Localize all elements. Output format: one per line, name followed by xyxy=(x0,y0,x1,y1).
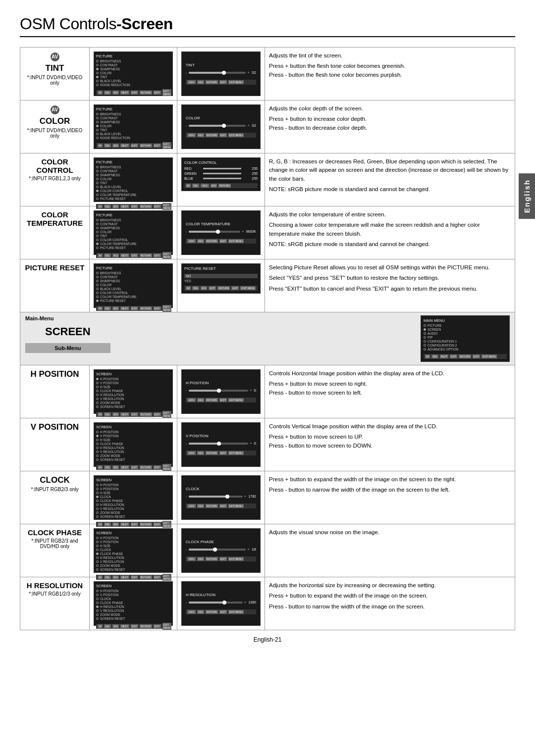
tint-slider: TINT - + 32 -ADV-ADJRETURNEXITEXIT MENU xyxy=(181,51,261,96)
sub-menu-label: Sub-Menu xyxy=(25,343,110,353)
tint-menu-screen: PICTURE BRIGHTNESS CONTRAST SHARPNESS CO… xyxy=(90,48,177,101)
title-suffix: -Screen xyxy=(116,15,173,33)
page-title: OSM Controls-Screen xyxy=(20,15,515,33)
av-badge-color: AV xyxy=(51,105,59,114)
clock-phase-sublabel: *:INPUT RGB2/3 and DVD/HD only xyxy=(24,538,85,549)
color-row: AV COLOR *:INPUT DVD/HD,VIDEO only PICTU… xyxy=(20,101,515,153)
h-position-row: H POSITION SCREEN H POSITION V POSITION … xyxy=(20,365,515,418)
h-position-label-cell: H POSITION xyxy=(20,365,90,418)
clock-row: CLOCK *:INPUT RGB2/3 only SCREEN H POSIT… xyxy=(20,471,515,524)
v-position-slider-screen: V POSITION - + 0 -ADV-ADJRETURNEXITEXIT … xyxy=(177,418,265,471)
v-position-label-cell: V POSITION xyxy=(20,418,90,471)
screen-section-header-row: Main-Menu SCREEN Sub-Menu MAIN MENU PICT… xyxy=(20,312,515,365)
color-sublabel: *:INPUT DVD/HD,VIDEO only xyxy=(24,128,85,139)
h-resolution-row: H RESOLUTION *:INPUT RGB1/2/3 only SCREE… xyxy=(20,577,515,630)
color-control-row: COLOR CONTROL *:INPUT RGB1,2,3 only PICT… xyxy=(20,153,515,206)
color-control-menu-screen: PICTURE BRIGHTNESS CONTRAST SHARPNESS CO… xyxy=(90,153,177,206)
color-control-rgb-screen: COLOR CONTROL RED 255 GREEN 255 BLUE 255… xyxy=(177,153,265,206)
color-temperature-menu-img: PICTURE BRIGHTNESS CONTRAST SHARPNESS CO… xyxy=(94,210,173,255)
main-menu-screen: MAIN MENU PICTURE SCREEN AUDIO PIP CONFI… xyxy=(421,315,510,362)
v-position-menu-img: SCREEN H POSITION V POSITION H SIZE CLOC… xyxy=(94,422,173,467)
main-menu-label: Main-Menu xyxy=(25,315,110,321)
clock-phase-menu-img: SCREEN H POSITION V POSITION H SIZE CLOC… xyxy=(94,528,173,573)
clock-sublabel: *:INPUT RGB2/3 only xyxy=(24,487,85,492)
h-position-slider: H POSITION - + 0 -ADV-ADJRETURNEXITEXIT … xyxy=(181,369,261,414)
clock-slider-screen: CLOCK - + 1782 -ADV-ADJRETURNEXITEXIT ME… xyxy=(177,471,265,524)
color-temperature-label-cell: COLOR TEMPERATURE xyxy=(20,206,90,259)
h-resolution-slider-screen: H RESOLUTION - + 1360 -ADV-ADJRETURNEXIT… xyxy=(177,577,265,630)
v-position-slider: V POSITION - + 0 -ADV-ADJRETURNEXITEXIT … xyxy=(181,422,261,467)
tint-slider-screen: TINT - + 32 -ADV-ADJRETURNEXITEXIT MENU xyxy=(177,48,265,101)
color-temperature-label: COLOR TEMPERATURE xyxy=(24,210,85,227)
picture-reset-description: Selecting Picture Reset allows you to re… xyxy=(265,259,515,312)
clock-label: CLOCK xyxy=(24,475,85,485)
color-label-cell: AV COLOR *:INPUT DVD/HD,VIDEO only xyxy=(20,101,90,153)
english-tab: English xyxy=(519,173,535,219)
color-temperature-menu-screen: PICTURE BRIGHTNESS CONTRAST SHARPNESS CO… xyxy=(90,206,177,259)
main-content-table: AV TINT *:INPUT DVD/HD,VIDEO only PICTUR… xyxy=(20,47,515,630)
h-resolution-label-cell: H RESOLUTION *:INPUT RGB1/2/3 only xyxy=(20,577,90,630)
v-position-label: V POSITION xyxy=(24,422,85,432)
clock-menu-screen: SCREEN H POSITION V POSITION H SIZE CLOC… xyxy=(90,471,177,524)
clock-phase-label-cell: CLOCK PHASE *:INPUT RGB2/3 and DVD/HD on… xyxy=(20,524,90,577)
tint-label: TINT xyxy=(24,63,85,73)
av-badge-tint: AV xyxy=(51,52,59,61)
clock-phase-menu-screen: SCREEN H POSITION V POSITION H SIZE CLOC… xyxy=(90,524,177,577)
tint-sublabel: *:INPUT DVD/HD,VIDEO only xyxy=(24,75,85,86)
h-position-description: Controls Horizontal Image position withi… xyxy=(265,365,515,418)
h-resolution-label: H RESOLUTION xyxy=(24,581,85,590)
color-temperature-description: Adjusts the color temperature of entire … xyxy=(265,206,515,259)
color-temperature-slider: COLOR TEMPERATURE - + 9600K -ADV-ADJRETU… xyxy=(181,210,261,255)
page-number: English-21 xyxy=(254,636,282,643)
picture-reset-label: PICTURE RESET xyxy=(24,263,85,272)
color-control-rgb: COLOR CONTROL RED 255 GREEN 255 BLUE 255… xyxy=(181,157,261,191)
picture-reset-label-cell: PICTURE RESET xyxy=(20,259,90,312)
color-temperature-row: COLOR TEMPERATURE PICTURE BRIGHTNESS CON… xyxy=(20,206,515,259)
picture-reset-menu-img: PICTURE BRIGHTNESS CONTRAST SHARPNESS CO… xyxy=(94,263,173,308)
color-control-menu-img: PICTURE BRIGHTNESS CONTRAST SHARPNESS CO… xyxy=(94,157,173,202)
h-resolution-menu-screen: SCREEN H POSITION V POSITION CLOCK CLOCK… xyxy=(90,577,177,630)
color-label: COLOR xyxy=(24,116,85,126)
clock-phase-description: Adjusts the visual snow noise on the ima… xyxy=(265,524,515,577)
color-slider-screen: COLOR - + 32 -ADV-ADJRETURNEXITEXIT MENU xyxy=(177,101,265,153)
h-resolution-menu-img: SCREEN H POSITION V POSITION CLOCK CLOCK… xyxy=(94,581,173,626)
color-control-label: COLOR CONTROL xyxy=(24,157,85,174)
clock-menu-img: SCREEN H POSITION V POSITION H SIZE CLOC… xyxy=(94,475,173,520)
clock-phase-row: CLOCK PHASE *:INPUT RGB2/3 and DVD/HD on… xyxy=(20,524,515,577)
v-position-description: Controls Vertical Image position within … xyxy=(265,418,515,471)
v-position-row: V POSITION SCREEN H POSITION V POSITION … xyxy=(20,418,515,471)
tint-description: Adjusts the tint of the screen. Press + … xyxy=(265,48,515,101)
clock-phase-slider-screen: CLOCK PHASE - + 18 -ADV-ADJRETURNEXITEXI… xyxy=(177,524,265,577)
h-position-label: H POSITION xyxy=(24,369,85,379)
v-position-menu-screen: SCREEN H POSITION V POSITION H SIZE CLOC… xyxy=(90,418,177,471)
tint-menu-img: PICTURE BRIGHTNESS CONTRAST SHARPNESS CO… xyxy=(94,51,173,96)
h-position-menu-screen: SCREEN H POSITION V POSITION H SIZE CLOC… xyxy=(90,365,177,418)
color-description: Adjusts the color depth of the screen. P… xyxy=(265,101,515,153)
h-resolution-description: Adjusts the horizontal size by increasin… xyxy=(265,577,515,630)
picture-reset-options-screen: PICTURE RESET NO YES AVSELADJEXITRETURNE… xyxy=(177,259,265,312)
picture-reset-row: PICTURE RESET PICTURE BRIGHTNESS CONTRAS… xyxy=(20,259,515,312)
h-position-menu-img: SCREEN H POSITION V POSITION H SIZE CLOC… xyxy=(94,369,173,414)
screen-section-header: Main-Menu SCREEN Sub-Menu MAIN MENU PICT… xyxy=(20,312,515,365)
picture-reset-menu-screen: PICTURE BRIGHTNESS CONTRAST SHARPNESS CO… xyxy=(90,259,177,312)
h-resolution-slider: H RESOLUTION - + 1360 -ADV-ADJRETURNEXIT… xyxy=(181,581,261,626)
h-position-slider-screen: H POSITION - + 0 -ADV-ADJRETURNEXITEXIT … xyxy=(177,365,265,418)
color-menu-screen: PICTURE BRIGHTNESS CONTRAST SHARPNESS CO… xyxy=(90,101,177,153)
color-control-description: R, G, B : Increases or decreases Red, Gr… xyxy=(265,153,515,206)
clock-phase-slider: CLOCK PHASE - + 18 -ADV-ADJRETURNEXITEXI… xyxy=(181,528,261,573)
title-prefix: OSM Controls xyxy=(20,15,116,33)
clock-description: Press + button to expand the width of th… xyxy=(265,471,515,524)
h-resolution-sublabel: *:INPUT RGB1/2/3 only xyxy=(24,591,85,597)
color-menu-img: PICTURE BRIGHTNESS CONTRAST SHARPNESS CO… xyxy=(94,104,173,149)
color-slider: COLOR - + 32 -ADV-ADJRETURNEXITEXIT MENU xyxy=(181,104,261,149)
picture-reset-options: PICTURE RESET NO YES AVSELADJEXITRETURNE… xyxy=(181,263,261,294)
clock-phase-label: CLOCK PHASE xyxy=(24,528,85,537)
tint-row: AV TINT *:INPUT DVD/HD,VIDEO only PICTUR… xyxy=(20,48,515,101)
color-temperature-slider-screen: COLOR TEMPERATURE - + 9600K -ADV-ADJRETU… xyxy=(177,206,265,259)
color-control-sublabel: *:INPUT RGB1,2,3 only xyxy=(24,176,85,181)
screen-title: SCREEN xyxy=(25,322,110,341)
footer: English-21 xyxy=(20,636,515,643)
clock-slider: CLOCK - + 1782 -ADV-ADJRETURNEXITEXIT ME… xyxy=(181,475,261,520)
color-control-label-cell: COLOR CONTROL *:INPUT RGB1,2,3 only xyxy=(20,153,90,206)
clock-label-cell: CLOCK *:INPUT RGB2/3 only xyxy=(20,471,90,524)
